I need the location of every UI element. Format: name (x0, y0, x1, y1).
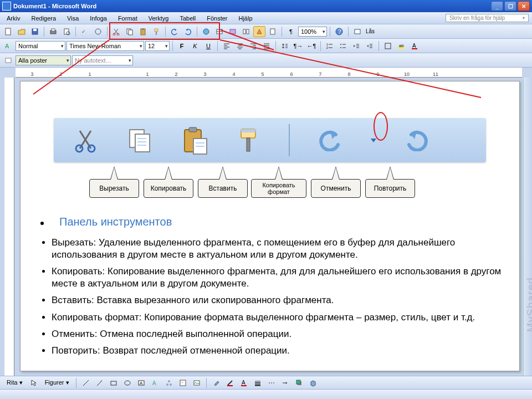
svg-text:A: A (242, 380, 245, 386)
align-justify-button[interactable] (260, 40, 273, 52)
font-color-draw-button[interactable]: A (238, 377, 250, 388)
clipart-button[interactable] (177, 377, 189, 388)
menu-fonster[interactable]: Fönster (203, 14, 231, 23)
tables-button[interactable] (213, 26, 226, 37)
redo-button[interactable] (182, 26, 194, 37)
menu-infoga[interactable]: Infoga (86, 14, 110, 23)
underline-button[interactable]: U (202, 40, 214, 52)
diagram-button[interactable] (163, 377, 175, 388)
spellcheck-button[interactable]: ✓ (79, 26, 91, 37)
help-placeholder: Skriv en fråga för hjälp (449, 15, 505, 21)
borders-button[interactable] (382, 40, 394, 52)
new-doc-button[interactable] (2, 26, 14, 37)
align-left-button[interactable] (221, 40, 233, 52)
draw-menu[interactable]: Rita ▾ (3, 378, 26, 387)
research-button[interactable] (92, 26, 104, 37)
styles-button[interactable]: A (2, 40, 14, 52)
textbox-button[interactable]: A (135, 377, 147, 388)
callout-copy: Копировать (144, 179, 193, 198)
paste-button[interactable] (137, 26, 149, 37)
line-style-button[interactable] (252, 377, 264, 388)
decrease-indent-button[interactable] (350, 40, 362, 52)
line-shape-button[interactable] (80, 377, 92, 388)
new-autotext-button[interactable]: Ny autotext… (72, 55, 133, 65)
bold-button[interactable]: F (176, 40, 188, 52)
font-size-dropdown[interactable]: 12 (145, 41, 170, 51)
menu-arkiv[interactable]: Arkiv (3, 14, 23, 23)
horizontal-ruler[interactable]: 3211234567891011 (16, 68, 522, 78)
insert-word-field-button[interactable] (2, 55, 14, 66)
print-button[interactable] (47, 26, 59, 37)
align-center-button[interactable] (234, 40, 246, 52)
doc-map-button[interactable] (267, 26, 279, 37)
line-spacing-button[interactable] (279, 40, 291, 52)
callout-labels: Вырезать Копировать Вставить Копировать … (35, 160, 505, 199)
menu-hjalp[interactable]: Hjälp (235, 14, 255, 23)
rectangle-shape-button[interactable] (108, 377, 120, 388)
italic-button[interactable]: K (189, 40, 201, 52)
font-color-button[interactable]: A (408, 40, 421, 52)
read-mode-button[interactable] (351, 26, 364, 37)
format-painter-button[interactable] (150, 26, 162, 37)
ltr-button[interactable]: ¶→ (292, 40, 304, 52)
zoom-dropdown[interactable]: 100% (298, 27, 327, 37)
rtl-button[interactable]: ←¶ (305, 40, 318, 52)
help-search-input[interactable]: Skriv en fråga för hjälp ▾ (446, 14, 529, 22)
vertical-ruler[interactable] (4, 78, 14, 376)
lock-label[interactable]: Lås (365, 28, 376, 34)
shadow-button[interactable] (293, 377, 305, 388)
svg-text:✓: ✓ (81, 29, 86, 34)
bullet-list-button[interactable] (337, 40, 349, 52)
print-preview-button[interactable] (60, 26, 73, 37)
select-objects-button[interactable] (28, 377, 40, 388)
close-button[interactable]: ✕ (518, 1, 530, 11)
arrow-style-button[interactable] (279, 377, 291, 388)
menu-bar: Arkiv Redigera Visa Infoga Format Verkty… (0, 12, 532, 24)
svg-rect-22 (243, 29, 245, 34)
menu-format[interactable]: Format (115, 14, 141, 23)
numbered-list-button[interactable]: 12 (324, 40, 336, 52)
arrow-shape-button[interactable] (94, 377, 106, 388)
line-color-button[interactable] (224, 377, 236, 388)
standard-toolbar: ✓ ¶ 100% ? Lås (0, 24, 532, 39)
highlight-button[interactable]: ab (395, 40, 407, 52)
minimize-button[interactable]: _ (491, 1, 503, 11)
fill-color-button[interactable] (210, 377, 222, 388)
show-marks-button[interactable]: ¶ (285, 26, 297, 37)
increase-indent-button[interactable] (364, 40, 376, 52)
status-bar (0, 389, 532, 399)
autoshapes-menu[interactable]: Figurer ▾ (42, 378, 73, 387)
workspace: 3211234567891011 (0, 68, 532, 376)
dash-style-button[interactable] (265, 377, 278, 388)
oval-shape-button[interactable] (121, 377, 134, 388)
menu-redigera[interactable]: Redigera (28, 14, 59, 23)
style-dropdown[interactable]: Normal (16, 41, 65, 51)
hyperlink-button[interactable] (200, 26, 212, 37)
save-button[interactable] (29, 26, 41, 37)
wordart-button[interactable]: A (149, 377, 161, 388)
cut-button[interactable] (110, 26, 122, 37)
copy-button[interactable] (124, 26, 136, 37)
all-posts-dropdown[interactable]: Alla poster (16, 55, 71, 65)
zoom-value: 100% (301, 28, 316, 35)
menu-verktyg[interactable]: Verktyg (145, 14, 172, 23)
svg-point-68 (76, 145, 83, 152)
menu-tabell[interactable]: Tabell (176, 14, 199, 23)
undo-button[interactable] (168, 26, 181, 37)
insert-table-button[interactable] (227, 26, 239, 37)
picture-button[interactable] (191, 377, 203, 388)
svg-rect-62 (385, 43, 391, 49)
3d-button[interactable] (307, 377, 319, 388)
maximize-button[interactable]: ☐ (504, 1, 516, 11)
cut-icon (71, 126, 100, 155)
vertical-scrollbar[interactable] (523, 78, 532, 376)
help-button[interactable]: ? (333, 26, 345, 37)
drawing-toggle-button[interactable] (253, 26, 265, 37)
formatting-toolbar: A Normal Times New Roman 12 F K U ¶→ ←¶ … (0, 39, 532, 53)
columns-button[interactable] (240, 26, 252, 37)
open-button[interactable] (16, 26, 28, 37)
align-right-button[interactable] (247, 40, 259, 52)
svg-rect-67 (6, 58, 11, 63)
menu-visa[interactable]: Visa (64, 14, 82, 23)
font-dropdown[interactable]: Times New Roman (66, 41, 144, 51)
